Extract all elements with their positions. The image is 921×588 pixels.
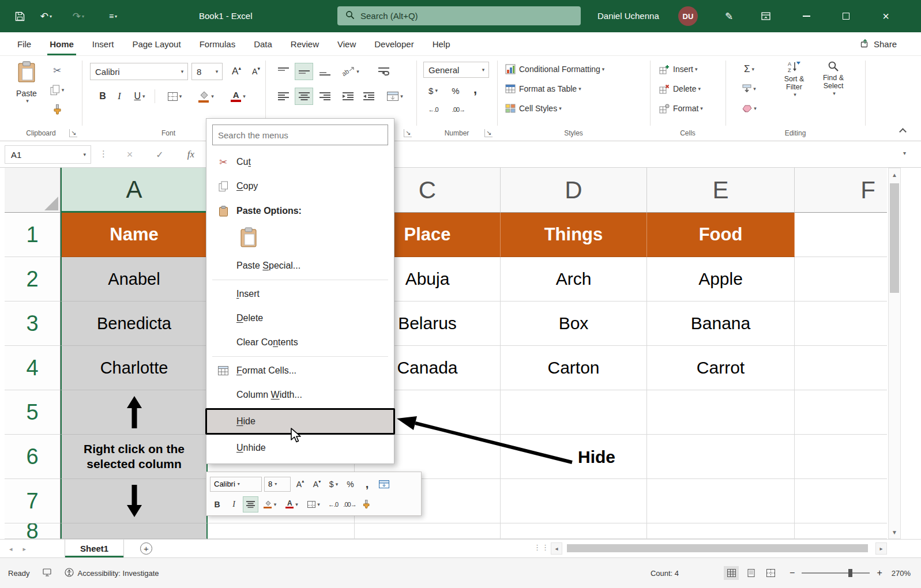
tab-view[interactable]: View bbox=[328, 32, 365, 55]
comma-style-button[interactable]: , bbox=[467, 81, 483, 97]
menu-item-hide[interactable]: Hide bbox=[205, 408, 395, 435]
mini-shrink-font-button[interactable]: A▾ bbox=[310, 477, 324, 492]
menu-search-input[interactable] bbox=[213, 130, 388, 140]
clear-button[interactable]: ▾ bbox=[737, 101, 761, 116]
tab-page-layout[interactable]: Page Layout bbox=[123, 32, 190, 55]
delete-cells-button[interactable]: Delete▾ bbox=[659, 81, 701, 96]
borders-button[interactable]: ▾ bbox=[163, 88, 187, 104]
orientation-button[interactable]: ab▾ bbox=[339, 63, 362, 80]
vertical-scroll-thumb[interactable] bbox=[890, 183, 899, 293]
cell-A4[interactable]: Charlotte bbox=[61, 346, 208, 390]
menu-search-box[interactable] bbox=[212, 125, 388, 145]
tab-help[interactable]: Help bbox=[423, 32, 460, 55]
grow-font-button[interactable]: A▴ bbox=[227, 63, 246, 80]
cell-D5[interactable] bbox=[501, 390, 647, 435]
zoom-slider-thumb[interactable] bbox=[848, 569, 852, 577]
cell-E2[interactable]: Apple bbox=[647, 257, 795, 301]
cell-A8[interactable] bbox=[61, 523, 208, 539]
format-as-table-button[interactable]: Format as Table▾ bbox=[505, 81, 581, 96]
mini-bold-button[interactable]: B bbox=[210, 497, 224, 512]
menu-item-column-width[interactable]: Column Width... bbox=[206, 383, 394, 407]
column-header-d[interactable]: D bbox=[501, 168, 647, 213]
normal-view-icon[interactable] bbox=[724, 566, 739, 580]
insert-function-icon[interactable]: fx bbox=[182, 146, 200, 163]
font-name-combo[interactable]: Calibri▾ bbox=[90, 63, 188, 80]
cell-F8[interactable] bbox=[795, 523, 887, 539]
mini-align-center-button[interactable] bbox=[243, 497, 258, 512]
middle-align-button[interactable] bbox=[295, 63, 313, 80]
row-header-6[interactable]: 6 bbox=[5, 435, 61, 479]
increase-decimal-button[interactable]: ←.0 bbox=[423, 102, 443, 117]
drag-handle-icon[interactable]: ⋮ bbox=[99, 149, 108, 159]
mini-font-color-button[interactable]: A▾ bbox=[282, 497, 302, 512]
sort-filter-button[interactable]: AZ Sort & Filter ▾ bbox=[776, 61, 812, 97]
cell-A5[interactable] bbox=[61, 390, 208, 435]
avatar[interactable]: DU bbox=[678, 6, 698, 26]
menu-item-unhide[interactable]: Unhide bbox=[206, 436, 394, 460]
minimize-button[interactable] bbox=[793, 0, 819, 32]
cell-D7[interactable] bbox=[501, 479, 647, 523]
cell-B8[interactable] bbox=[208, 523, 355, 539]
cell-D6[interactable] bbox=[501, 435, 647, 479]
mini-font-name-combo[interactable]: Calibri▾ bbox=[210, 477, 262, 492]
page-layout-view-icon[interactable] bbox=[743, 566, 758, 580]
cell-D1[interactable]: Things bbox=[501, 213, 647, 257]
cell-F5[interactable] bbox=[795, 390, 887, 435]
macro-record-icon[interactable] bbox=[43, 568, 52, 578]
menu-item-cut[interactable]: ✂Cut bbox=[206, 150, 394, 174]
next-sheet-icon[interactable]: ▸ bbox=[23, 545, 27, 553]
cell-A3[interactable]: Benedicta bbox=[61, 301, 208, 346]
mini-fill-color-button[interactable]: ▾ bbox=[260, 497, 280, 512]
cell-E8[interactable] bbox=[647, 523, 795, 539]
increase-indent-button[interactable] bbox=[360, 88, 377, 104]
copy-button[interactable]: ▾ bbox=[48, 82, 66, 97]
horizontal-scroll-thumb[interactable] bbox=[567, 544, 868, 552]
shrink-font-button[interactable]: A▾ bbox=[247, 63, 265, 80]
paste-option-keep-source-formatting[interactable] bbox=[235, 225, 262, 252]
wrap-text-button[interactable] bbox=[374, 63, 393, 80]
italic-button[interactable]: I bbox=[112, 88, 127, 104]
column-header-f[interactable]: F bbox=[795, 168, 887, 213]
cell-D8[interactable] bbox=[501, 523, 647, 539]
account-name[interactable]: Daniel Uchenna bbox=[597, 11, 659, 21]
find-select-button[interactable]: Find & Select ▾ bbox=[815, 61, 851, 96]
cell-E6[interactable] bbox=[647, 435, 795, 479]
underline-button[interactable]: U▾ bbox=[128, 88, 151, 104]
fill-color-button[interactable]: ▾ bbox=[193, 87, 219, 105]
zoom-in-button[interactable]: + bbox=[877, 568, 882, 578]
cell-A6[interactable]: Right click on the selected column bbox=[61, 435, 208, 479]
share-button[interactable]: Share bbox=[860, 32, 897, 56]
alignment-dialog-launcher[interactable]: ↘ bbox=[404, 129, 412, 137]
mini-accounting-button[interactable]: $▾ bbox=[326, 477, 341, 492]
format-cells-button[interactable]: Format▾ bbox=[659, 101, 703, 116]
menu-item-paste-special[interactable]: Paste Special... bbox=[206, 254, 394, 278]
percent-style-button[interactable]: % bbox=[448, 82, 464, 99]
cell-F6[interactable] bbox=[795, 435, 887, 479]
count-indicator[interactable]: Count: 4 bbox=[651, 569, 679, 578]
cell-E7[interactable] bbox=[647, 479, 795, 523]
bold-button[interactable]: B bbox=[95, 88, 111, 104]
page-break-view-icon[interactable] bbox=[763, 566, 778, 580]
mini-comma-button[interactable]: , bbox=[360, 477, 374, 492]
accessibility-status[interactable]: Accessibility: Investigate bbox=[65, 568, 159, 579]
menu-item-insert[interactable]: Insert bbox=[206, 282, 394, 306]
cell-C8[interactable] bbox=[355, 523, 501, 539]
ribbon-display-options-icon[interactable] bbox=[754, 0, 777, 32]
autosum-button[interactable]: Σ▾ bbox=[737, 62, 761, 77]
zoom-out-button[interactable]: − bbox=[790, 568, 795, 578]
format-painter-button[interactable] bbox=[48, 102, 66, 117]
tab-developer[interactable]: Developer bbox=[365, 32, 423, 55]
mini-decrease-decimal-button[interactable]: .00→ bbox=[343, 497, 357, 512]
align-center-button[interactable] bbox=[295, 88, 313, 104]
mini-percent-button[interactable]: % bbox=[343, 477, 358, 492]
scroll-right-icon[interactable]: ▸ bbox=[875, 542, 887, 555]
cell-A2[interactable]: Anabel bbox=[61, 257, 208, 301]
cancel-icon[interactable]: × bbox=[121, 146, 138, 163]
row-header-5[interactable]: 5 bbox=[5, 390, 61, 435]
menu-item-format-cells[interactable]: Format Cells... bbox=[206, 359, 394, 383]
cell-A7[interactable] bbox=[61, 479, 208, 523]
decrease-indent-button[interactable] bbox=[339, 88, 356, 104]
cell-A1[interactable]: Name bbox=[61, 213, 208, 257]
clipboard-dialog-launcher[interactable]: ↘ bbox=[69, 129, 77, 137]
menu-item-copy[interactable]: Copy bbox=[206, 174, 394, 198]
